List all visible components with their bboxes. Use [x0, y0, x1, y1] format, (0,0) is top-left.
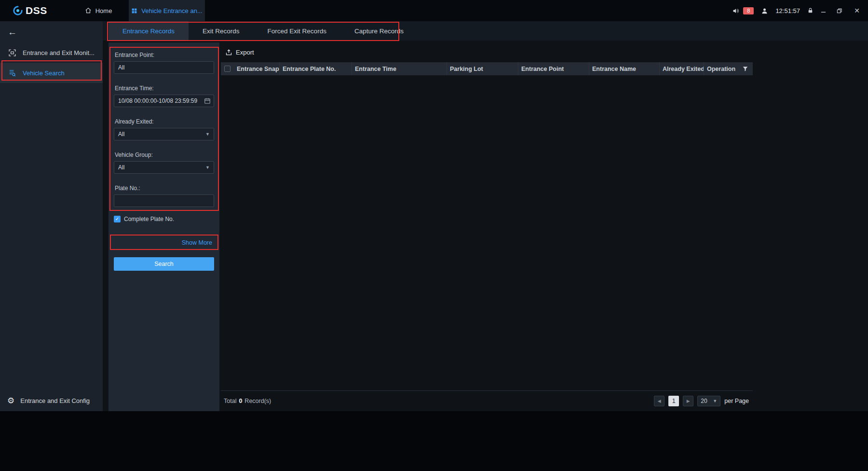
tab-label: Exit Records: [203, 28, 240, 35]
current-page[interactable]: 1: [668, 396, 679, 406]
tab-label: Forced Exit Records: [268, 28, 326, 35]
app-logo: DSS: [13, 5, 47, 16]
col-label: Entrance Time: [355, 66, 396, 72]
complete-plate-label: Complete Plate No.: [124, 216, 174, 222]
col-operation[interactable]: Operation: [704, 62, 739, 75]
sidebar-item-label: Vehicle Search: [23, 69, 65, 77]
chevron-down-icon: ▼: [205, 165, 210, 170]
plate-no-label: Plate No.:: [115, 185, 214, 192]
back-row: ←: [0, 21, 103, 42]
tab-vehicle-entrance[interactable]: Vehicle Entrance an...: [129, 0, 205, 21]
minimize-button[interactable]: [821, 8, 829, 14]
total-count: 0: [239, 398, 242, 404]
table-body-empty: [221, 75, 753, 370]
tab-home[interactable]: Home: [75, 0, 122, 21]
col-entrance-plate-no[interactable]: Entrance Plate No.: [280, 62, 352, 75]
next-page-button[interactable]: ▶: [683, 396, 693, 406]
chevron-down-icon: ▼: [205, 132, 210, 137]
entrance-time-label: Entrance Time:: [115, 85, 214, 92]
col-entrance-snapshot[interactable]: Entrance Snap...: [234, 62, 280, 75]
close-button[interactable]: ✕: [853, 7, 861, 14]
vehicle-search-icon: [8, 69, 16, 77]
col-label: Already Exited: [663, 66, 704, 72]
already-exited-value: All: [118, 131, 124, 138]
entrance-time-input[interactable]: [114, 95, 214, 107]
clock: 12:51:57: [775, 7, 800, 14]
calendar-icon[interactable]: [204, 97, 211, 104]
dss-logo-icon: [13, 5, 23, 16]
pagination: ◀ 1 ▶ 20 ▼ per Page: [654, 396, 749, 406]
grid-icon: [131, 8, 137, 14]
col-entrance-point[interactable]: Entrance Point: [518, 62, 589, 75]
tab-forced-exit-records[interactable]: Forced Exit Records: [254, 21, 340, 41]
already-exited-label: Already Exited:: [115, 118, 214, 125]
already-exited-select[interactable]: All ▼: [114, 128, 214, 140]
tab-capture-records[interactable]: Capture Records: [340, 21, 418, 41]
chevron-down-icon: ▼: [713, 399, 717, 403]
complete-plate-checkbox[interactable]: ✓: [114, 216, 121, 222]
plate-no-input[interactable]: [114, 194, 214, 207]
col-entrance-name[interactable]: Entrance Name: [589, 62, 660, 75]
vehicle-group-value: All: [118, 164, 124, 171]
show-more-link[interactable]: Show More: [182, 239, 212, 246]
speaker-icon[interactable]: [732, 7, 740, 14]
records-table-area: Export Entrance Snap... Entrance Plate N…: [221, 42, 753, 411]
sidebar-item-entrance-exit-monitoring[interactable]: Entrance and Exit Monit...: [0, 42, 103, 63]
page-size-select[interactable]: 20 ▼: [697, 396, 720, 406]
main-area: Entrance Records Exit Records Forced Exi…: [103, 21, 868, 411]
home-icon: [85, 7, 92, 14]
export-button[interactable]: Export: [221, 42, 264, 62]
entrance-point-input[interactable]: [114, 61, 214, 74]
col-already-exited[interactable]: Already Exited: [660, 62, 704, 75]
export-label: Export: [236, 49, 254, 56]
filter-panel: Entrance Point: Entrance Time: Already E…: [108, 42, 219, 411]
user-icon[interactable]: [761, 7, 768, 14]
header-checkbox-cell: [221, 62, 234, 75]
col-label: Entrance Point: [521, 66, 564, 72]
search-button[interactable]: Search: [114, 257, 214, 271]
table-header: Entrance Snap... Entrance Plate No. Entr…: [221, 62, 753, 75]
vehicle-group-select[interactable]: All ▼: [114, 161, 214, 174]
sidebar-item-entrance-exit-config[interactable]: ⚙ Entrance and Exit Config: [0, 390, 103, 411]
export-icon: [225, 49, 232, 56]
tab-exit-records[interactable]: Exit Records: [189, 21, 254, 41]
topbar-right-cluster: 8 12:51:57 ✕: [732, 0, 861, 21]
chevron-right-icon: ▶: [687, 399, 690, 403]
app-window: DSS Home Vehicle Entrance an... 8: [0, 0, 868, 411]
sidebar-footer-label: Entrance and Exit Config: [20, 397, 90, 404]
logo-text: DSS: [26, 5, 47, 16]
col-label: Entrance Name: [592, 66, 636, 72]
monitoring-icon: [8, 49, 16, 57]
sidebar-item-vehicle-search[interactable]: Vehicle Search: [0, 63, 103, 83]
col-entrance-time[interactable]: Entrance Time: [352, 62, 447, 75]
vehicle-group-label: Vehicle Group:: [115, 152, 214, 158]
show-more-row: Show More: [114, 238, 212, 247]
filter-funnel-icon[interactable]: [742, 66, 748, 72]
prev-page-button[interactable]: ◀: [654, 396, 665, 406]
page-size-value: 20: [701, 398, 707, 404]
select-all-checkbox[interactable]: [224, 66, 231, 72]
back-icon[interactable]: ←: [8, 27, 17, 37]
table-footer: Total 0 Record(s) ◀ 1 ▶ 20 ▼: [221, 390, 753, 411]
chevron-left-icon: ◀: [658, 399, 661, 403]
col-label: Parking Lot: [450, 66, 483, 72]
tab-vehicle-entrance-label: Vehicle Entrance an...: [141, 7, 202, 14]
record-tabs: Entrance Records Exit Records Forced Exi…: [103, 21, 868, 41]
top-bar: DSS Home Vehicle Entrance an... 8: [0, 0, 868, 21]
column-filter-cell: [739, 62, 753, 75]
alarm-count-badge[interactable]: 8: [743, 7, 754, 14]
col-label: Entrance Snap...: [237, 66, 280, 72]
sidebar: ← Entrance and Exit Monit... Vehicle Sea…: [0, 21, 103, 411]
tab-entrance-records[interactable]: Entrance Records: [108, 21, 189, 41]
col-label: Entrance Plate No.: [283, 66, 336, 72]
total-suffix: Record(s): [244, 398, 271, 404]
col-parking-lot[interactable]: Parking Lot: [447, 62, 518, 75]
sidebar-item-label: Entrance and Exit Monit...: [23, 49, 95, 56]
total-records: Total 0 Record(s): [224, 398, 271, 404]
restore-button[interactable]: [837, 8, 845, 14]
complete-plate-row: ✓ Complete Plate No.: [114, 216, 214, 222]
gear-icon: ⚙: [7, 396, 14, 406]
total-prefix: Total: [224, 398, 236, 404]
tab-label: Entrance Records: [122, 28, 175, 35]
lock-icon[interactable]: [807, 7, 814, 14]
